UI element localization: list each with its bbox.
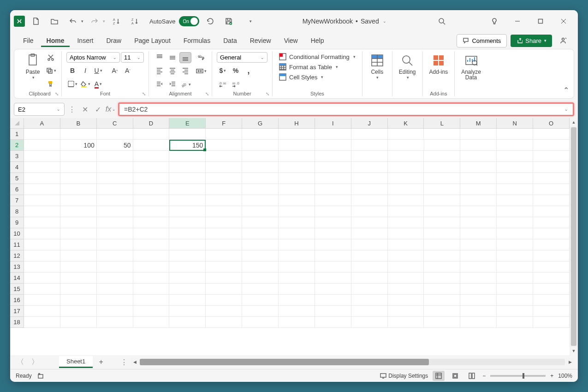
cell-N2[interactable] <box>497 140 533 151</box>
cell-O11[interactable] <box>533 239 570 250</box>
cell-L15[interactable] <box>424 284 460 295</box>
column-header[interactable]: C <box>97 118 133 129</box>
cell-M5[interactable] <box>460 173 497 184</box>
sort-asc-icon[interactable]: AZ <box>109 14 124 29</box>
cell-O14[interactable] <box>533 273 570 284</box>
tab-data[interactable]: Data <box>218 34 243 47</box>
cell-I13[interactable] <box>315 261 351 273</box>
cell-N1[interactable] <box>497 129 533 140</box>
cell-F8[interactable] <box>206 206 242 217</box>
cell-K12[interactable] <box>388 250 424 261</box>
cell-N11[interactable] <box>497 239 533 250</box>
cell-I3[interactable] <box>315 151 351 162</box>
cell-M3[interactable] <box>460 151 497 162</box>
orientation-icon[interactable]: ab▾ <box>179 79 191 90</box>
cell-A10[interactable] <box>24 228 60 239</box>
cell-G14[interactable] <box>242 273 279 284</box>
cell-B10[interactable] <box>60 228 97 239</box>
cell-F4[interactable] <box>206 162 242 173</box>
merge-center-icon[interactable]: ▾ <box>195 65 207 77</box>
cell-M16[interactable] <box>460 295 497 306</box>
dialog-launcher-icon[interactable]: ⤡ <box>55 91 59 96</box>
cell-C16[interactable] <box>97 295 133 306</box>
cell-D13[interactable] <box>133 261 170 273</box>
align-bottom-icon[interactable] <box>179 52 191 63</box>
cell-B4[interactable] <box>60 162 97 173</box>
cell-H4[interactable] <box>279 162 315 173</box>
cell-C13[interactable] <box>97 261 133 273</box>
cell-B12[interactable] <box>60 250 97 261</box>
cell-C1[interactable] <box>97 129 133 140</box>
select-all-corner[interactable] <box>10 118 24 129</box>
scroll-left-icon[interactable]: ◀ <box>131 358 139 366</box>
cell-I9[interactable] <box>315 217 351 228</box>
share-button[interactable]: Share ▾ <box>511 35 552 47</box>
display-settings-button[interactable]: Display Settings <box>380 373 428 379</box>
cell-E9[interactable] <box>169 217 206 228</box>
cell-F18[interactable] <box>206 317 242 328</box>
cell-E12[interactable] <box>169 250 206 261</box>
cell-A16[interactable] <box>24 295 60 306</box>
cell-G12[interactable] <box>242 250 279 261</box>
zoom-in-button[interactable]: + <box>550 373 553 379</box>
cell-F12[interactable] <box>206 250 242 261</box>
cell-D2[interactable] <box>133 140 170 151</box>
cell-J11[interactable] <box>351 239 388 250</box>
cell-A11[interactable] <box>24 239 60 250</box>
cell-K18[interactable] <box>388 317 424 328</box>
cell-H14[interactable] <box>279 273 315 284</box>
cell-M18[interactable] <box>460 317 497 328</box>
cell-A4[interactable] <box>24 162 60 173</box>
cell-N8[interactable] <box>497 206 533 217</box>
font-size-select[interactable]: 11⌄ <box>121 52 144 63</box>
cell-K13[interactable] <box>388 261 424 273</box>
cell-A15[interactable] <box>24 284 60 295</box>
cell-J9[interactable] <box>351 217 388 228</box>
tab-home[interactable]: Home <box>41 34 70 47</box>
cell-K6[interactable] <box>388 184 424 195</box>
cell-A3[interactable] <box>24 151 60 162</box>
cell-C17[interactable] <box>97 306 133 317</box>
cell-B3[interactable] <box>60 151 97 162</box>
scroll-down-icon[interactable]: ▼ <box>570 347 578 355</box>
macro-record-icon[interactable] <box>37 373 44 379</box>
page-break-view-icon[interactable] <box>466 371 478 381</box>
cell-H18[interactable] <box>279 317 315 328</box>
cell-C6[interactable] <box>97 184 133 195</box>
zoom-out-button[interactable]: − <box>482 373 486 379</box>
format-painter-icon[interactable] <box>45 78 57 89</box>
align-center-icon[interactable] <box>166 65 178 77</box>
cell-M14[interactable] <box>460 273 497 284</box>
cell-D7[interactable] <box>133 195 170 206</box>
cell-K7[interactable] <box>388 195 424 206</box>
cell-L3[interactable] <box>424 151 460 162</box>
add-sheet-button[interactable]: + <box>95 356 107 368</box>
cell-K4[interactable] <box>388 162 424 173</box>
cell-N14[interactable] <box>497 273 533 284</box>
cell-I2[interactable] <box>315 140 351 151</box>
vertical-scrollbar[interactable]: ▲ ▼ <box>570 118 578 355</box>
sheet-next-icon[interactable]: 〉 <box>29 356 42 368</box>
save-icon[interactable] <box>221 14 236 29</box>
cell-F2[interactable] <box>206 140 242 151</box>
cell-L18[interactable] <box>424 317 460 328</box>
cell-B16[interactable] <box>60 295 97 306</box>
cell-H7[interactable] <box>279 195 315 206</box>
cell-B7[interactable] <box>60 195 97 206</box>
maximize-button[interactable] <box>530 14 551 29</box>
cell-J3[interactable] <box>351 151 388 162</box>
cell-B15[interactable] <box>60 284 97 295</box>
row-header[interactable]: 8 <box>10 206 24 217</box>
comments-button[interactable]: Comments <box>457 34 507 48</box>
cell-H16[interactable] <box>279 295 315 306</box>
cell-I5[interactable] <box>315 173 351 184</box>
cell-M17[interactable] <box>460 306 497 317</box>
column-header[interactable]: O <box>533 118 570 129</box>
cell-H1[interactable] <box>279 129 315 140</box>
cell-C10[interactable] <box>97 228 133 239</box>
cell-J7[interactable] <box>351 195 388 206</box>
cell-H5[interactable] <box>279 173 315 184</box>
cell-I18[interactable] <box>315 317 351 328</box>
cell-K1[interactable] <box>388 129 424 140</box>
cancel-icon[interactable]: ✕ <box>79 104 90 115</box>
